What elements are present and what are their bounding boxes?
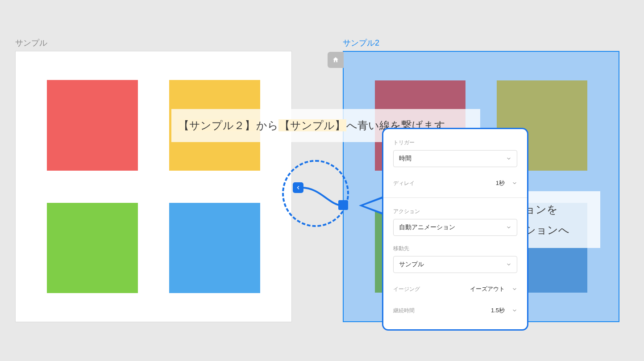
panel-pointer-inner — [363, 198, 383, 213]
home-artboard-button[interactable] — [328, 52, 344, 68]
panel-divider — [383, 197, 527, 198]
home-icon — [332, 56, 339, 63]
action-select[interactable]: 自動アニメーション — [393, 219, 517, 236]
chevron-left-icon — [295, 185, 301, 190]
delay-label: ディレイ — [393, 180, 415, 187]
callout-highlight-1: 【サンプル２】 — [178, 119, 256, 131]
chevron-down-icon — [506, 262, 511, 267]
chevron-down-icon — [506, 156, 511, 161]
callout-highlight-2: 【サンプル】 — [278, 119, 346, 131]
connector-destination-handle[interactable] — [293, 182, 303, 193]
trigger-value: 時間 — [399, 155, 411, 163]
delay-row[interactable]: ディレイ 1秒 — [393, 176, 517, 190]
trigger-select[interactable]: 時間 — [393, 150, 517, 167]
action-label: アクション — [393, 208, 517, 215]
green-square[interactable] — [47, 203, 138, 294]
destination-select[interactable]: サンプル — [393, 256, 517, 273]
destination-label: 移動先 — [393, 245, 517, 252]
duration-value[interactable]: 1.5秒 — [491, 306, 505, 315]
interaction-panel[interactable]: トリガー 時間 ディレイ 1秒 アクション 自動アニメーション 移動先 サンプル… — [382, 128, 528, 331]
destination-value: サンプル — [399, 260, 424, 269]
red-square[interactable] — [47, 80, 138, 171]
artboard-sample-1[interactable] — [15, 51, 292, 322]
easing-value[interactable]: イーズアウト — [470, 285, 505, 293]
artboard-1-content — [16, 51, 291, 322]
trigger-label: トリガー — [393, 139, 517, 147]
artboard-label-1[interactable]: サンプル — [15, 38, 47, 48]
chevron-down-icon — [512, 286, 517, 292]
artboard-label-2[interactable]: サンプル2 — [343, 38, 379, 48]
easing-label: イージング — [393, 285, 420, 293]
duration-row[interactable]: 継続時間 1.5秒 — [393, 303, 517, 318]
connector-source-handle[interactable] — [338, 200, 348, 210]
duration-label: 継続時間 — [393, 307, 415, 315]
chevron-down-icon — [512, 180, 517, 186]
chevron-down-icon — [506, 225, 511, 230]
delay-value[interactable]: 1秒 — [496, 179, 505, 187]
chevron-down-icon — [512, 308, 517, 313]
easing-row[interactable]: イージング イーズアウト — [393, 282, 517, 296]
connection-highlight-circle — [282, 160, 349, 227]
action-value: 自動アニメーション — [399, 223, 455, 231]
blue-square[interactable] — [169, 203, 260, 294]
callout-text-mid: から — [256, 119, 278, 131]
